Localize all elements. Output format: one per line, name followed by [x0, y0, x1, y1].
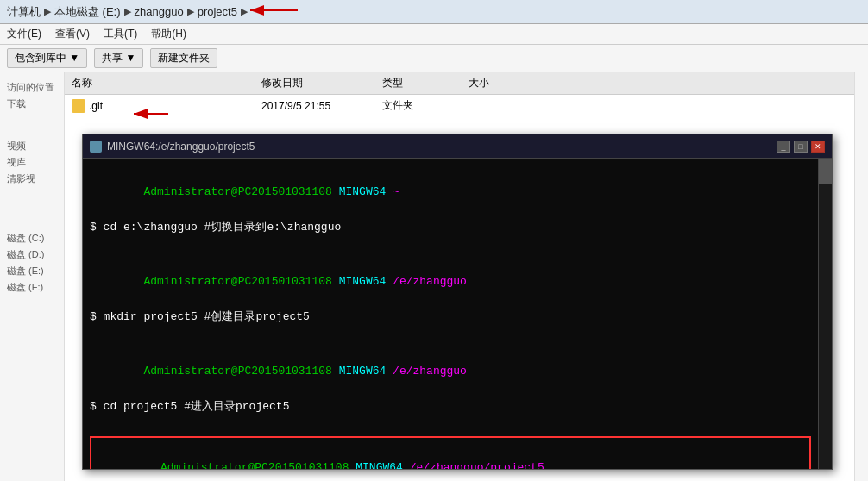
file-size	[462, 104, 531, 108]
chevron-icon-1: ▶	[44, 6, 51, 17]
sidebar-video-label: 视频	[3, 138, 60, 154]
sidebar-access-label: 访问的位置	[3, 79, 60, 96]
chevron-icon-2: ▶	[124, 6, 131, 17]
chevron-icon-4: ▶	[241, 6, 248, 17]
sidebar-drive-f[interactable]: 磁盘 (F:)	[3, 279, 60, 296]
term-mingw-2: MINGW64	[339, 275, 387, 288]
col-header-date[interactable]: 修改日期	[255, 74, 375, 92]
term-path-4: /e/zhangguo/project5	[410, 461, 544, 469]
address-part-drive[interactable]: 本地磁盘 (E:)	[54, 4, 121, 20]
menu-view[interactable]: 查看(V)	[55, 27, 90, 41]
terminal-title: MINGW64:/e/zhangguo/project5	[90, 141, 255, 153]
term-cmd-2: $ mkdir project5 #创建目录project5	[90, 309, 811, 327]
term-path-3: /e/zhangguo	[393, 365, 467, 378]
minimize-button[interactable]: _	[777, 141, 790, 153]
file-type: 文件夹	[375, 97, 462, 115]
sidebar-library-label: 视库	[3, 154, 60, 171]
sidebar-drive-c[interactable]: 磁盘 (C:)	[3, 230, 60, 247]
term-user-1: Administrator@PC201501031108	[143, 185, 331, 198]
term-blank-3	[90, 416, 811, 434]
maximize-button[interactable]: □	[794, 141, 808, 153]
sidebar-download-label: 下载	[3, 96, 60, 112]
term-prompt-3: Administrator@PC201501031108 MINGW64 /e/…	[90, 345, 811, 398]
include-library-button[interactable]: 包含到库中 ▼	[7, 48, 87, 68]
folder-icon	[72, 99, 85, 113]
file-list-header: 名称 修改日期 类型 大小	[65, 72, 854, 95]
term-mingw-3: MINGW64	[339, 365, 387, 378]
menu-bar: 文件(E) 查看(V) 工具(T) 帮助(H)	[0, 24, 868, 45]
address-part-project5[interactable]: project5	[198, 5, 237, 18]
term-prompt-2: Administrator@PC201501031108 MINGW64 /e/…	[90, 255, 811, 309]
term-path-2: /e/zhangguo	[393, 275, 467, 288]
term-blank-1	[90, 237, 811, 255]
term-path-1: ~	[393, 185, 399, 198]
toolbar: 包含到库中 ▼ 共享 ▼ 新建文件夹	[0, 45, 868, 72]
sidebar: 访问的位置 下载 视频 视库 清影视 磁盘 (C:) 磁盘 (D:) 磁盘 (E…	[0, 72, 65, 481]
term-prompt-1: Administrator@PC201501031108 MINGW64 ~	[90, 166, 811, 219]
chevron-icon-3: ▶	[187, 6, 194, 17]
file-date: 2017/9/5 21:55	[255, 98, 375, 114]
file-name: .git	[89, 100, 103, 112]
col-header-name[interactable]: 名称	[65, 74, 255, 92]
share-button[interactable]: 共享 ▼	[94, 48, 143, 68]
new-folder-button[interactable]: 新建文件夹	[150, 48, 217, 68]
terminal-window: MINGW64:/e/zhangguo/project5 _ □ ✕ Admin…	[82, 134, 833, 470]
address-path: 计算机 ▶ 本地磁盘 (E:) ▶ zhangguo ▶ project5 ▶	[7, 4, 248, 20]
term-space-1	[332, 185, 339, 198]
term-user-2: Administrator@PC201501031108	[143, 275, 331, 288]
term-mingw-1: MINGW64	[339, 185, 387, 198]
menu-help[interactable]: 帮助(H)	[151, 27, 186, 41]
file-row-git[interactable]: .git 2017/9/5 21:55 文件夹	[65, 95, 854, 116]
terminal-controls: _ □ ✕	[777, 141, 825, 153]
sidebar-movie-label: 清影视	[3, 171, 60, 187]
terminal-with-scroll: Administrator@PC201501031108 MINGW64 ~ $…	[83, 159, 832, 469]
file-name-cell: .git	[65, 97, 255, 115]
term-mingw-4: MINGW64	[355, 461, 403, 469]
address-bar: 计算机 ▶ 本地磁盘 (E:) ▶ zhangguo ▶ project5 ▶	[0, 0, 868, 24]
terminal-scrollbar[interactable]	[818, 159, 832, 469]
terminal-titlebar: MINGW64:/e/zhangguo/project5 _ □ ✕	[83, 134, 832, 159]
close-button[interactable]: ✕	[811, 141, 825, 153]
col-header-type[interactable]: 类型	[375, 74, 462, 92]
terminal-app-icon	[90, 141, 102, 153]
menu-file[interactable]: 文件(E)	[7, 27, 41, 41]
terminal-title-text: MINGW64:/e/zhangguo/project5	[107, 141, 255, 153]
term-blank-2	[90, 327, 811, 345]
term-user-4: Administrator@PC201501031108	[160, 461, 349, 469]
sidebar-drive-d[interactable]: 磁盘 (D:)	[3, 247, 60, 263]
terminal-body: Administrator@PC201501031108 MINGW64 ~ $…	[83, 159, 818, 469]
main-scrollbar[interactable]	[854, 72, 868, 481]
address-part-zhangguo[interactable]: zhangguo	[135, 5, 184, 18]
address-part-computer[interactable]: 计算机	[7, 4, 41, 20]
menu-tools[interactable]: 工具(T)	[104, 27, 137, 41]
col-header-size[interactable]: 大小	[462, 74, 531, 92]
sidebar-drive-e[interactable]: 磁盘 (E:)	[3, 263, 60, 279]
term-user-3: Administrator@PC201501031108	[143, 365, 331, 378]
highlighted-git-init-block: Administrator@PC201501031108 MINGW64 /e/…	[90, 436, 811, 469]
term-cmd-3: $ cd project5 #进入目录project5	[90, 398, 811, 416]
term-prompt-4: Administrator@PC201501031108 MINGW64 /e/…	[93, 441, 808, 469]
term-cmd-1: $ cd e:\zhangguo #切换目录到e:\zhangguo	[90, 219, 811, 237]
